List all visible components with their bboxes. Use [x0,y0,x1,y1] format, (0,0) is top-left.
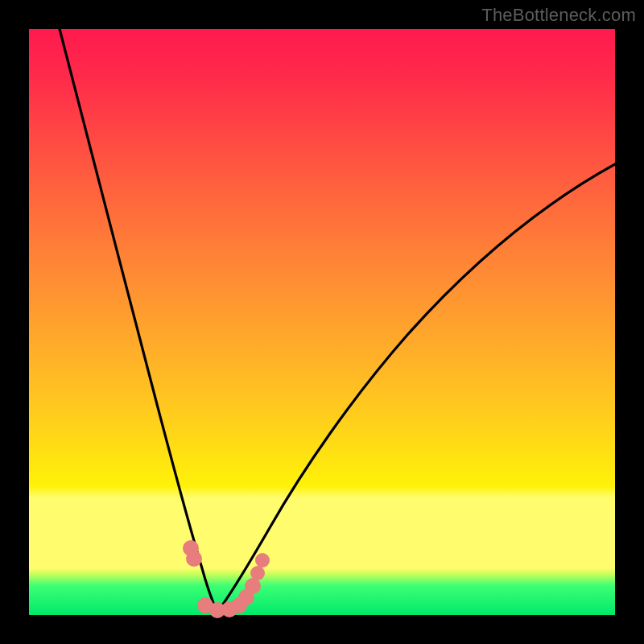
marker-dot [250,566,265,580]
marker-dot [245,578,261,594]
marker-dot [255,553,270,568]
curve-layer [29,29,615,615]
marker-dot [186,551,202,567]
watermark-text: TheBottleneck.com [481,5,636,26]
left-curve [60,29,217,612]
right-curve [217,164,615,612]
chart-frame: TheBottleneck.com [0,0,644,644]
plot-area [29,29,615,615]
